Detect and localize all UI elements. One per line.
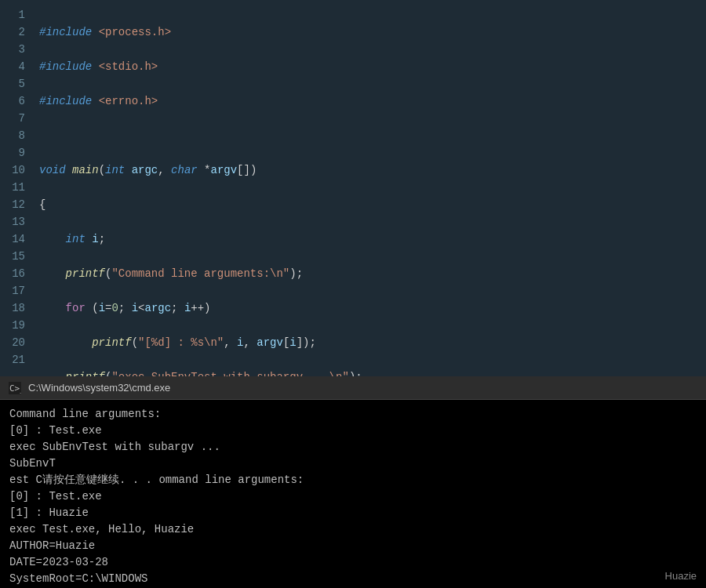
line-numbers: 1 2 3 4 5 6 7 8 9 10 11 12 13 14 15 16 1… — [0, 0, 31, 376]
line-num-18: 18 — [0, 299, 25, 317]
code-line-7: int i; — [39, 230, 698, 248]
terminal-output: Command line arguments: [0] : Test.exe e… — [9, 406, 697, 587]
line-num-21: 21 — [0, 351, 25, 368]
line-num-19: 19 — [0, 317, 25, 334]
line-num-10: 10 — [0, 162, 25, 179]
line-num-4: 4 — [0, 58, 25, 75]
line-num-11: 11 — [0, 179, 25, 196]
code-line-2: #include <stdio.h> — [39, 58, 698, 75]
line-num-1: 1 — [0, 6, 25, 24]
code-content: #include <process.h> #include <stdio.h> … — [31, 0, 706, 376]
line-num-13: 13 — [0, 213, 25, 230]
line-num-6: 6 — [0, 93, 25, 110]
line-num-9: 9 — [0, 144, 25, 162]
terminal-title-text: C:\Windows\system32\cmd.exe — [28, 382, 170, 394]
code-line-10: printf("[%d] : %s\n", i, argv[i]); — [39, 334, 698, 351]
terminal-window: C>_ C:\Windows\system32\cmd.exe Command … — [0, 376, 706, 588]
line-num-16: 16 — [0, 265, 25, 282]
terminal-titlebar: C>_ C:\Windows\system32\cmd.exe — [0, 376, 706, 400]
line-num-2: 2 — [0, 24, 25, 41]
line-num-8: 8 — [0, 127, 25, 144]
code-line-11: printf("exec SubEnvTest with subargv ...… — [39, 368, 698, 376]
code-line-6: { — [39, 196, 698, 213]
cmd-icon: C>_ — [8, 381, 22, 395]
svg-text:C>_: C>_ — [9, 383, 21, 394]
code-line-9: for (i=0; i<argc; i++) — [39, 299, 698, 317]
code-editor: 1 2 3 4 5 6 7 8 9 10 11 12 13 14 15 16 1… — [0, 0, 706, 376]
terminal-username: Huazie — [665, 570, 697, 582]
code-line-1: #include <process.h> — [39, 24, 698, 41]
line-num-20: 20 — [0, 334, 25, 351]
code-line-3: #include <errno.h> — [39, 93, 698, 110]
code-line-5: void main(int argc, char *argv[]) — [39, 162, 698, 179]
line-num-3: 3 — [0, 41, 25, 58]
line-num-15: 15 — [0, 248, 25, 265]
line-num-12: 12 — [0, 196, 25, 213]
terminal-body[interactable]: Command line arguments: [0] : Test.exe e… — [0, 400, 706, 588]
line-num-5: 5 — [0, 75, 25, 93]
line-num-14: 14 — [0, 230, 25, 248]
code-line-4 — [39, 127, 698, 144]
line-num-17: 17 — [0, 282, 25, 299]
code-line-8: printf("Command line arguments:\n"); — [39, 265, 698, 282]
line-num-7: 7 — [0, 110, 25, 127]
